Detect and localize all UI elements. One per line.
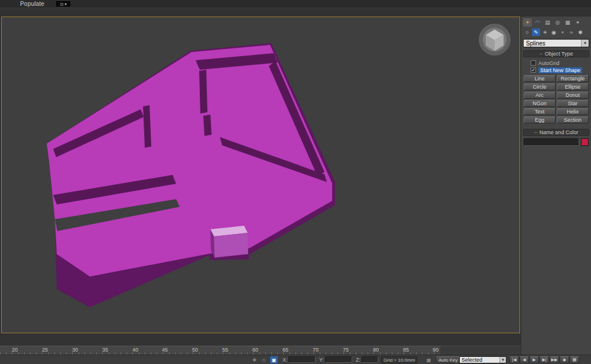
y-coordinate-field[interactable] bbox=[325, 356, 352, 363]
category-lights-icon[interactable]: ☀ bbox=[541, 28, 549, 36]
go-to-start-button[interactable]: |◀ bbox=[509, 356, 519, 363]
star-button[interactable]: Star bbox=[557, 100, 589, 107]
grid-size-readout: Grid = 10.0mm bbox=[381, 356, 417, 363]
circle-button[interactable]: Circle bbox=[524, 83, 556, 90]
toolbar-strip bbox=[0, 8, 591, 17]
workspace-dropdown-button[interactable]: ◫ ▾ bbox=[56, 1, 70, 6]
object-name-input[interactable] bbox=[524, 138, 579, 146]
go-to-end-button[interactable]: ▶▶ bbox=[550, 356, 559, 363]
object-type-rollout-body: AutoGrid ✓ Start New Shape Line Rectangl… bbox=[521, 57, 591, 126]
create-categories: ○ ✎ ☀ ◉ + ≈ ✱ bbox=[521, 27, 591, 37]
object-type-rollout-header[interactable]: − Object Type bbox=[523, 50, 589, 57]
absolute-mode-icon[interactable]: ▣ bbox=[270, 356, 278, 363]
ngon-button[interactable]: NGon bbox=[524, 100, 556, 107]
ellipse-button[interactable]: Ellipse bbox=[557, 83, 589, 90]
category-systems-icon[interactable]: ✱ bbox=[576, 28, 584, 36]
previous-frame-button[interactable]: ◀ bbox=[519, 356, 529, 363]
category-cameras-icon[interactable]: ◉ bbox=[550, 28, 558, 36]
object-color-swatch[interactable] bbox=[581, 138, 589, 146]
menu-item-populate[interactable]: Populate bbox=[20, 1, 44, 7]
arc-button[interactable]: Arc bbox=[524, 92, 556, 99]
z-coordinate-label: Z: bbox=[356, 357, 361, 363]
start-new-shape-checkbox[interactable]: ✓ bbox=[531, 67, 536, 73]
viewport[interactable] bbox=[1, 17, 520, 333]
status-bar: ✥ ◇ ▣ X: Y: Z: Grid = 10.0mm ▦ Auto Key … bbox=[0, 355, 591, 364]
doorstep-front[interactable] bbox=[214, 233, 248, 258]
shape-type-dropdown[interactable]: Splines ▼ bbox=[523, 39, 589, 47]
tab-display-icon[interactable]: ▦ bbox=[563, 18, 572, 27]
category-geometry-icon[interactable]: ○ bbox=[523, 28, 531, 36]
tab-utilities-icon[interactable]: ✶ bbox=[573, 18, 582, 27]
selection-filter-icon[interactable]: ✥ bbox=[251, 356, 258, 363]
key-mode-button[interactable]: ◆ bbox=[560, 356, 569, 363]
collapse-icon: − bbox=[539, 51, 542, 57]
object-type-rollout-title: Object Type bbox=[545, 51, 573, 57]
floorplan-top-surface[interactable] bbox=[47, 45, 332, 277]
category-shapes-icon[interactable]: ✎ bbox=[532, 28, 540, 36]
command-panel: ✦ ◠ ▤ ◎ ▦ ✶ ○ ✎ ☀ ◉ + ≈ ✱ Splines ▼ − Ob… bbox=[521, 17, 591, 355]
section-button[interactable]: Section bbox=[557, 116, 589, 124]
wall-face-divider-c[interactable] bbox=[203, 115, 212, 136]
command-panel-tabs: ✦ ◠ ▤ ◎ ▦ ✶ bbox=[521, 17, 591, 27]
start-new-shape-label: Start New Shape bbox=[538, 67, 582, 73]
name-color-rollout-title: Name and Color bbox=[540, 129, 579, 135]
tab-modify-icon[interactable]: ◠ bbox=[533, 18, 542, 27]
category-helpers-icon[interactable]: + bbox=[558, 28, 567, 36]
auto-key-button[interactable]: Auto Key bbox=[436, 356, 460, 363]
autogrid-checkbox[interactable] bbox=[531, 60, 536, 66]
menu-bar: Populate ◫ ▾ bbox=[0, 0, 591, 8]
key-filter-dropdown-value: Selected bbox=[462, 357, 482, 363]
chevron-down-icon: ▼ bbox=[499, 357, 506, 363]
key-filter-dropdown[interactable]: Selected ▼ bbox=[459, 356, 506, 363]
autogrid-row: AutoGrid bbox=[531, 60, 589, 66]
timeline-ruler[interactable]: 20 25 30 35 40 45 50 55 60 65 70 75 80 8… bbox=[0, 346, 440, 355]
z-coordinate-field[interactable] bbox=[362, 356, 378, 363]
timeline-ruler-end bbox=[440, 346, 521, 355]
workspace-icon: ◫ bbox=[60, 2, 64, 6]
chevron-down-icon[interactable]: ▼ bbox=[581, 40, 589, 47]
egg-button[interactable]: Egg bbox=[524, 116, 556, 124]
floorplan-shape[interactable] bbox=[1, 17, 520, 333]
autogrid-label: AutoGrid bbox=[538, 60, 560, 66]
keyboard-shortcut-icon[interactable]: ▦ bbox=[425, 356, 433, 363]
y-coordinate-label: Y: bbox=[319, 357, 324, 363]
tab-hierarchy-icon[interactable]: ▤ bbox=[543, 18, 552, 27]
shape-type-dropdown-value: Splines bbox=[526, 40, 545, 47]
text-button[interactable]: Text bbox=[524, 108, 556, 115]
rectangle-button[interactable]: Rectangle bbox=[557, 75, 589, 82]
x-coordinate-label: X: bbox=[282, 357, 288, 363]
collapse-icon: − bbox=[534, 129, 537, 135]
play-button[interactable]: ▶ bbox=[530, 356, 539, 363]
object-type-buttons: Line Rectangle Circle Ellipse Arc Donut … bbox=[524, 75, 589, 124]
name-color-rollout-body bbox=[521, 136, 591, 148]
name-color-rollout-header[interactable]: − Name and Color bbox=[523, 129, 589, 136]
time-config-button[interactable]: ▦ bbox=[570, 356, 579, 363]
chevron-down-icon: ▾ bbox=[64, 2, 66, 6]
helix-button[interactable]: Helix bbox=[557, 108, 589, 115]
next-frame-button[interactable]: ▶| bbox=[540, 356, 549, 363]
donut-button[interactable]: Donut bbox=[557, 92, 589, 99]
selection-lock-icon[interactable]: ◇ bbox=[260, 356, 268, 363]
start-new-shape-row: ✓ Start New Shape bbox=[531, 67, 589, 73]
viewcube[interactable] bbox=[477, 22, 512, 57]
tab-motion-icon[interactable]: ◎ bbox=[553, 18, 562, 27]
tab-create-icon[interactable]: ✦ bbox=[523, 18, 532, 27]
line-button[interactable]: Line bbox=[524, 75, 556, 82]
wall-face-divider-b[interactable] bbox=[199, 70, 207, 113]
below-viewport-strip bbox=[0, 333, 521, 346]
category-space-warps-icon[interactable]: ≈ bbox=[567, 28, 576, 36]
x-coordinate-field[interactable] bbox=[288, 356, 316, 363]
